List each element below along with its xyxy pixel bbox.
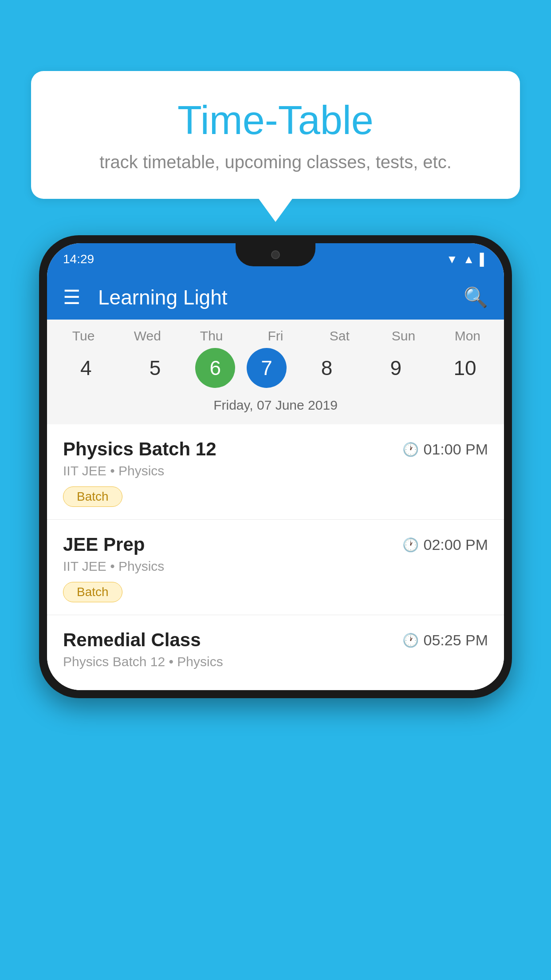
schedule-item-1[interactable]: JEE Prep🕐02:00 PMIIT JEE • PhysicsBatch (47, 520, 504, 615)
schedule-time-1: 🕐02:00 PM (402, 536, 488, 553)
day-label-sat: Sat (311, 328, 368, 344)
battery-icon: ▌ (480, 253, 488, 266)
day-numbers: 45678910 (47, 344, 504, 394)
schedule-subtitle-0: IIT JEE • Physics (63, 463, 488, 478)
day-number-7[interactable]: 7 (247, 348, 287, 388)
day-number-6[interactable]: 6 (195, 348, 235, 388)
calendar-strip: TueWedThuFriSatSunMon 45678910 Friday, 0… (47, 320, 504, 424)
day-number-10[interactable]: 10 (436, 348, 494, 388)
clock-icon-2: 🕐 (402, 632, 419, 648)
schedule-list: Physics Batch 12🕐01:00 PMIIT JEE • Physi… (47, 424, 504, 690)
speech-bubble: Time-Table track timetable, upcoming cla… (31, 71, 520, 199)
schedule-subtitle-1: IIT JEE • Physics (63, 559, 488, 574)
phone-outer: 14:29 ▼ ▲ ▌ ☰ Learning Light 🔍 (39, 235, 512, 698)
day-label-tue: Tue (55, 328, 112, 344)
time-text-1: 02:00 PM (423, 536, 488, 553)
day-number-4[interactable]: 4 (57, 348, 115, 388)
day-label-sun: Sun (375, 328, 433, 344)
day-label-mon: Mon (439, 328, 496, 344)
camera (271, 250, 280, 259)
bubble-title: Time-Table (67, 98, 484, 143)
day-number-9[interactable]: 9 (367, 348, 425, 388)
schedule-subtitle-2: Physics Batch 12 • Physics (63, 654, 488, 669)
schedule-time-2: 🕐05:25 PM (402, 632, 488, 649)
schedule-title-0: Physics Batch 12 (63, 439, 216, 460)
day-headers: TueWedThuFriSatSunMon (47, 328, 504, 344)
schedule-item-2[interactable]: Remedial Class🕐05:25 PMPhysics Batch 12 … (47, 615, 504, 690)
batch-tag-0: Batch (63, 486, 122, 507)
schedule-time-0: 🕐01:00 PM (402, 441, 488, 458)
clock-icon-0: 🕐 (402, 442, 419, 457)
signal-icon: ▲ (463, 253, 475, 266)
time-text-2: 05:25 PM (423, 632, 488, 649)
intro-section: Time-Table track timetable, upcoming cla… (31, 71, 520, 199)
status-time: 14:29 (63, 252, 94, 266)
status-bar: 14:29 ▼ ▲ ▌ (47, 243, 504, 275)
status-icons: ▼ ▲ ▌ (446, 253, 488, 266)
phone-notch (236, 243, 315, 266)
schedule-title-1: JEE Prep (63, 534, 145, 555)
search-icon[interactable]: 🔍 (464, 286, 488, 309)
schedule-item-header-0: Physics Batch 12🕐01:00 PM (63, 439, 488, 460)
wifi-icon: ▼ (446, 253, 458, 266)
day-number-5[interactable]: 5 (126, 348, 184, 388)
day-label-fri: Fri (247, 328, 304, 344)
phone-screen: 14:29 ▼ ▲ ▌ ☰ Learning Light 🔍 (47, 243, 504, 690)
day-label-thu: Thu (183, 328, 240, 344)
selected-date-label: Friday, 07 June 2019 (47, 394, 504, 420)
time-text-0: 01:00 PM (423, 441, 488, 458)
schedule-item-header-2: Remedial Class🕐05:25 PM (63, 629, 488, 651)
day-number-8[interactable]: 8 (298, 348, 356, 388)
bubble-subtitle: track timetable, upcoming classes, tests… (67, 152, 484, 172)
clock-icon-1: 🕐 (402, 537, 419, 553)
app-bar: ☰ Learning Light 🔍 (47, 275, 504, 320)
menu-icon[interactable]: ☰ (63, 288, 80, 307)
schedule-item-0[interactable]: Physics Batch 12🕐01:00 PMIIT JEE • Physi… (47, 424, 504, 520)
app-bar-title: Learning Light (98, 285, 450, 309)
day-label-wed: Wed (118, 328, 176, 344)
schedule-item-header-1: JEE Prep🕐02:00 PM (63, 534, 488, 555)
batch-tag-1: Batch (63, 582, 122, 602)
schedule-title-2: Remedial Class (63, 629, 201, 651)
phone-mockup: 14:29 ▼ ▲ ▌ ☰ Learning Light 🔍 (39, 235, 512, 980)
